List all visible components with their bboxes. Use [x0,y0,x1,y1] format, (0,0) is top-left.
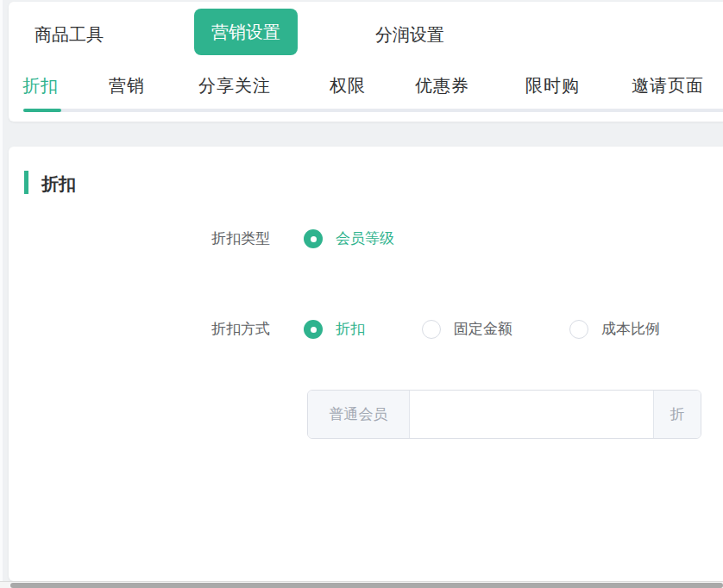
sub-tab-marketing[interactable]: 营销 [109,74,145,97]
radio-selected-icon [304,229,323,248]
discount-value-input[interactable] [410,391,653,438]
radio-selected-icon [304,320,323,339]
radio-member-level[interactable]: 会员等级 [304,228,394,249]
discount-method-radio-group: 折扣 固定金额 成本比例 [304,319,660,340]
horizontal-scrollbar [0,581,723,588]
page-left-edge [0,0,3,588]
sub-tab-share-follow[interactable]: 分享关注 [198,74,271,97]
horizontal-scrollbar-thumb[interactable] [10,583,723,588]
sub-tab-discount[interactable]: 折扣 [22,74,59,97]
radio-cost-ratio-label: 成本比例 [601,319,660,340]
top-tab-product-tools[interactable]: 商品工具 [35,23,104,47]
section-accent-bar [24,171,28,194]
top-tab-marketing-settings[interactable]: 营销设置 [194,9,298,55]
radio-unselected-icon [569,320,588,339]
discount-type-radio-group: 会员等级 [304,228,394,249]
sub-tab-coupons[interactable]: 优惠券 [415,74,469,97]
discount-input-group: 普通会员 折 [307,390,701,439]
sub-tab-track [23,109,723,112]
radio-fixed-amount-label: 固定金额 [454,319,512,340]
input-prefix-member-tier: 普通会员 [308,391,410,438]
radio-discount-label: 折扣 [336,319,365,340]
content-card: 折扣 折扣类型 会员等级 折扣方式 折扣 固定金额 成本比例 [9,147,723,581]
sub-tab-active-indicator [23,109,61,112]
top-tab-marketing-settings-label: 营销设置 [211,21,280,44]
discount-method-label: 折扣方式 [9,319,270,340]
sub-tab-permissions[interactable]: 权限 [330,74,366,97]
radio-discount[interactable]: 折扣 [304,319,365,340]
radio-unselected-icon [422,320,441,339]
radio-cost-ratio[interactable]: 成本比例 [569,319,660,340]
discount-type-label: 折扣类型 [9,228,270,249]
section-title: 折扣 [41,172,76,196]
radio-fixed-amount[interactable]: 固定金额 [422,319,512,340]
tabs-card: 商品工具 营销设置 分润设置 折扣 营销 分享关注 权限 优惠券 限时购 邀请页… [9,2,723,122]
sub-tab-flash-sale[interactable]: 限时购 [525,74,580,97]
sub-tab-invite-page[interactable]: 邀请页面 [632,74,704,97]
input-suffix-unit: 折 [653,391,701,438]
top-tab-profit-settings[interactable]: 分润设置 [375,23,444,47]
radio-member-level-label: 会员等级 [336,228,394,249]
